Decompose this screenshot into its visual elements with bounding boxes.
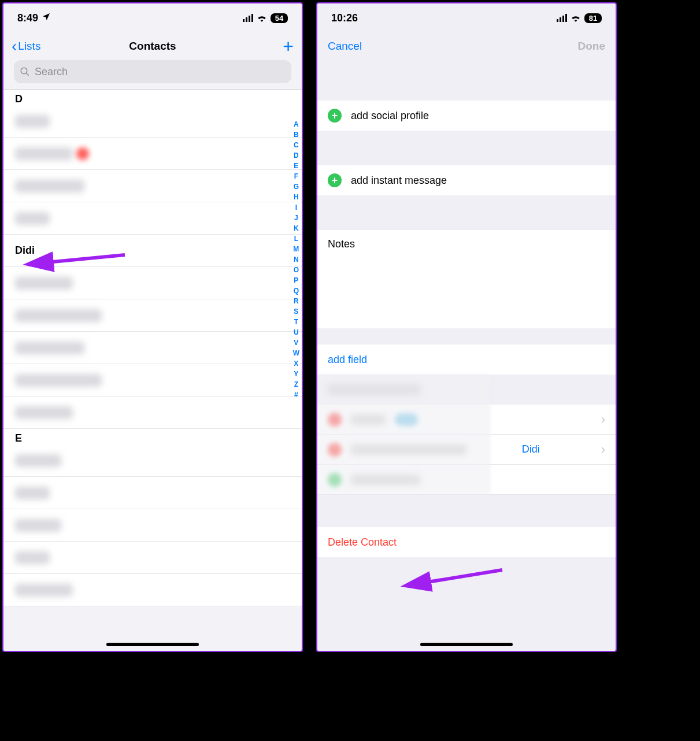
index-letter[interactable]: Y — [293, 369, 299, 379]
add-instant-message-row[interactable]: + add instant message — [317, 165, 616, 195]
add-field-row[interactable]: add field — [317, 344, 616, 375]
list-item[interactable] — [3, 542, 302, 574]
index-letter[interactable]: L — [293, 234, 299, 244]
list-item[interactable] — [3, 332, 302, 364]
search-input[interactable]: Search — [14, 60, 291, 83]
cellular-icon — [557, 14, 567, 22]
chevron-left-icon: ‹ — [12, 38, 17, 54]
index-letter[interactable]: V — [293, 338, 299, 348]
index-letter[interactable]: P — [293, 275, 299, 286]
index-letter[interactable]: I — [293, 202, 299, 213]
index-letter[interactable]: S — [293, 306, 299, 317]
phone-edit-contact: 10:26 81 Cancel Done + add social profil… — [316, 2, 617, 652]
index-letter[interactable]: B — [293, 129, 299, 140]
list-item[interactable] — [3, 364, 302, 397]
status-bar: 10:26 81 — [317, 3, 616, 32]
page-title: Contacts — [129, 40, 176, 53]
add-contact-button[interactable]: + — [283, 37, 294, 55]
index-letter[interactable]: M — [293, 244, 299, 254]
wifi-icon — [571, 14, 581, 22]
contact-name: Didi — [15, 244, 35, 257]
linked-contact-row[interactable]: Didi › — [317, 435, 616, 465]
done-button[interactable]: Done — [578, 40, 606, 53]
section-header-e: E — [3, 429, 302, 444]
index-letter[interactable]: J — [293, 213, 299, 223]
list-item[interactable] — [3, 509, 302, 542]
status-time: 10:26 — [331, 12, 358, 24]
home-indicator — [420, 643, 513, 646]
alphabet-index[interactable]: ABCDEFGHIJKLMNOPQRSTUVWXYZ# — [293, 119, 299, 400]
battery-badge: 81 — [584, 13, 602, 23]
list-item[interactable] — [3, 477, 302, 509]
list-item[interactable] — [3, 138, 302, 170]
minus-icon — [328, 413, 342, 427]
svg-point-0 — [21, 68, 27, 74]
index-letter[interactable]: U — [293, 327, 299, 338]
location-icon — [42, 12, 51, 24]
linked-contact-row[interactable] — [317, 465, 616, 495]
svg-line-1 — [26, 73, 29, 76]
index-letter[interactable]: O — [293, 265, 299, 275]
index-letter[interactable]: W — [293, 348, 299, 358]
list-item[interactable] — [3, 574, 302, 606]
index-letter[interactable]: F — [293, 171, 299, 181]
list-item[interactable] — [3, 170, 302, 202]
linked-contact-row[interactable]: › — [317, 405, 616, 435]
row-label: add field — [328, 354, 367, 366]
search-icon — [20, 66, 30, 77]
battery-badge: 54 — [271, 13, 288, 23]
nav-bar: ‹ Lists Contacts + — [3, 32, 302, 60]
cancel-button[interactable]: Cancel — [328, 40, 362, 53]
back-label: Lists — [18, 40, 40, 53]
plus-icon: + — [328, 173, 342, 187]
home-indicator — [106, 643, 199, 646]
index-letter[interactable]: K — [293, 223, 299, 234]
index-letter[interactable]: R — [293, 296, 299, 306]
index-letter[interactable]: C — [293, 140, 299, 150]
plus-icon — [328, 473, 342, 487]
search-placeholder: Search — [35, 66, 68, 78]
phone-contacts-list: 8:49 54 ‹ Lists Contacts + Search D — [2, 2, 303, 652]
index-letter[interactable]: D — [293, 150, 299, 161]
chevron-right-icon: › — [601, 442, 605, 457]
minus-icon — [328, 443, 342, 457]
index-letter[interactable]: Q — [293, 286, 299, 296]
plus-icon: + — [328, 109, 342, 123]
index-letter[interactable]: A — [293, 119, 299, 129]
notes-label: Notes — [328, 238, 355, 250]
index-letter[interactable]: E — [293, 161, 299, 171]
index-letter[interactable]: N — [293, 254, 299, 265]
sheet-nav: Cancel Done — [317, 32, 616, 60]
add-social-profile-row[interactable]: + add social profile — [317, 101, 616, 131]
section-header-d: D — [3, 90, 302, 105]
chevron-right-icon: › — [601, 412, 605, 427]
wifi-icon — [257, 14, 267, 22]
row-label: Delete Contact — [328, 536, 397, 549]
index-letter[interactable]: Z — [293, 379, 299, 390]
svg-line-3 — [424, 570, 502, 583]
back-button[interactable]: ‹ Lists — [12, 38, 40, 54]
list-item[interactable] — [3, 397, 302, 429]
cellular-icon — [243, 14, 253, 22]
list-item[interactable] — [3, 267, 302, 299]
index-letter[interactable]: # — [293, 390, 299, 400]
delete-contact-button[interactable]: Delete Contact — [317, 527, 616, 557]
row-label: add instant message — [351, 175, 447, 187]
index-letter[interactable]: T — [293, 317, 299, 327]
status-time: 8:49 — [17, 12, 38, 24]
index-letter[interactable]: G — [293, 181, 299, 192]
notes-field[interactable]: Notes — [317, 230, 616, 328]
annotation-arrow — [416, 564, 508, 595]
contacts-list[interactable]: D Didi E — [3, 90, 302, 606]
search-wrap: Search — [3, 60, 302, 89]
row-label: add social profile — [351, 110, 429, 122]
list-item[interactable] — [3, 105, 302, 138]
index-letter[interactable]: X — [293, 358, 299, 369]
list-item[interactable] — [3, 202, 302, 235]
linked-contacts-section: › Didi › — [317, 375, 616, 495]
index-letter[interactable]: H — [293, 192, 299, 202]
list-item[interactable] — [3, 299, 302, 332]
list-item[interactable]: Didi — [3, 235, 302, 267]
list-item[interactable] — [3, 444, 302, 477]
linked-contact-name: Didi — [522, 443, 540, 455]
